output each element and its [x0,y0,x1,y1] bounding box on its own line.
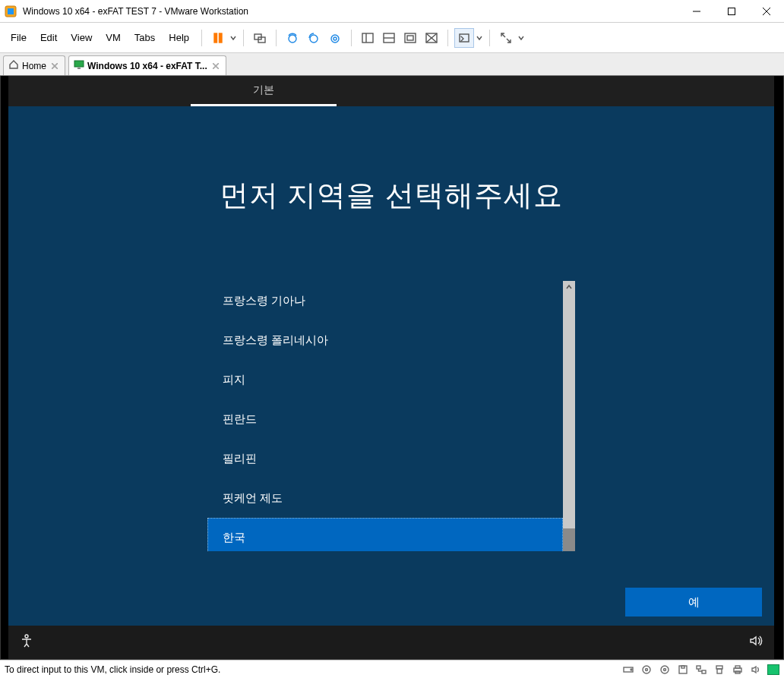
yes-button[interactable]: 예 [625,588,762,617]
svg-rect-39 [679,666,687,673]
tray-network-icon[interactable] [694,663,708,676]
stretch-dropdown[interactable] [517,35,525,41]
region-list[interactable]: 프랑스령 기아나 프랑스령 폴리네시아 피지 핀란드 필리핀 핏케언 제도 한국 [207,281,563,551]
monitor-icon [74,59,84,72]
close-button[interactable] [749,0,784,23]
region-label: 필리핀 [223,452,257,466]
view-unity-button[interactable] [422,28,441,48]
region-item[interactable]: 프랑스령 폴리네시아 [207,320,563,360]
toolbar-separator [201,30,202,46]
region-label: 핏케언 제도 [223,491,283,506]
tab-home-label: Home [22,61,46,71]
oobe-footer [8,626,774,659]
tray-cd2-icon[interactable] [658,663,672,676]
toolbar-separator [276,30,277,46]
region-label: 한국 [223,531,245,545]
scroll-up-button[interactable] [563,281,575,293]
power-dropdown[interactable] [229,35,237,41]
tray-usb-icon[interactable] [713,663,726,676]
region-label: 피지 [223,373,245,387]
app-icon [3,4,18,19]
tray-harddisk-icon[interactable] [621,663,635,676]
maximize-button[interactable] [714,0,749,23]
snapshot-revert-button[interactable] [304,28,324,48]
menu-file[interactable]: File [5,29,33,46]
vm-display[interactable]: 기본 먼저 지역을 선택해주세요 프랑스령 기아나 프랑스령 폴리네시아 피지 … [0,76,784,660]
tray-cd-icon[interactable] [640,663,653,676]
svg-rect-33 [624,667,633,672]
menu-view[interactable]: View [65,29,98,46]
svg-rect-44 [717,669,722,673]
svg-point-35 [643,666,650,673]
minimize-button[interactable] [679,0,714,23]
tab-home-close[interactable] [49,61,60,71]
region-scrollbar[interactable] [563,281,575,551]
stretch-button[interactable] [496,28,516,48]
toolbar-separator [243,30,244,46]
svg-rect-42 [702,670,706,673]
svg-rect-14 [362,33,373,43]
region-label: 프랑스령 기아나 [223,294,305,308]
svg-rect-29 [77,68,81,69]
snapshot-manage-button[interactable] [325,28,345,48]
svg-point-11 [310,35,318,43]
svg-rect-19 [407,36,413,40]
view-fullscreen-button[interactable] [400,28,420,48]
oobe-tab-label: 기본 [253,84,274,97]
svg-point-10 [289,35,296,43]
view-console-button[interactable] [379,28,399,48]
window-title: Windows 10 x64 - exFAT TEST 7 - VMware W… [23,6,679,17]
send-ctrl-alt-del-button[interactable] [250,28,270,48]
svg-point-38 [664,668,666,670]
svg-rect-1 [8,8,14,14]
pause-button[interactable] [208,28,228,48]
svg-rect-46 [735,666,740,668]
toolbar-separator [447,30,448,46]
tray-printer-icon[interactable] [731,663,744,676]
svg-rect-28 [74,61,84,67]
tab-row: Home Windows 10 x64 - exFAT T... [0,53,784,76]
svg-point-36 [646,668,648,670]
tray-floppy-icon[interactable] [676,663,690,676]
svg-line-24 [501,33,505,37]
statusbar: To direct input to this VM, click inside… [0,660,784,678]
quick-switch-button[interactable] [454,28,474,48]
tab-vm-close[interactable] [210,61,221,71]
svg-line-25 [507,39,511,43]
tab-home[interactable]: Home [3,55,65,75]
quick-switch-dropdown[interactable] [476,35,483,41]
status-hint: To direct input to this VM, click inside… [5,664,220,675]
region-label: 프랑스령 폴리네시아 [223,333,328,348]
region-label: 핀란드 [223,412,257,427]
svg-rect-18 [405,33,416,43]
region-item[interactable]: 필리핀 [207,439,563,478]
yes-label: 예 [688,595,700,610]
svg-rect-3 [729,8,735,14]
region-item[interactable]: 피지 [207,360,563,399]
svg-rect-40 [681,666,684,668]
menu-help[interactable]: Help [163,29,195,46]
view-single-button[interactable] [358,28,378,48]
menu-tabs[interactable]: Tabs [128,29,161,46]
scroll-thumb[interactable] [563,528,575,551]
snapshot-take-button[interactable] [283,28,302,48]
region-item-selected[interactable]: 한국 [207,518,563,551]
oobe-heading: 먼저 지역을 선택해주세요 [8,176,774,215]
region-item[interactable]: 핀란드 [207,399,563,439]
home-icon [8,59,19,72]
oobe-screen: 기본 먼저 지역을 선택해주세요 프랑스령 기아나 프랑스령 폴리네시아 피지 … [8,76,774,659]
oobe-tab-basic[interactable]: 기본 [191,76,337,106]
region-item[interactable]: 프랑스령 기아나 [207,281,563,320]
tray-sound-icon[interactable] [749,663,763,676]
svg-rect-41 [697,666,700,669]
region-item[interactable]: 핏케언 제도 [207,478,563,518]
tray-vm-activity-led [767,664,779,675]
accessibility-icon[interactable] [19,633,34,651]
tab-vm[interactable]: Windows 10 x64 - exFAT T... [68,55,226,75]
menubar: File Edit View VM Tabs Help [0,23,784,53]
volume-icon[interactable] [748,633,763,651]
menu-vm[interactable]: VM [100,29,127,46]
menu-edit[interactable]: Edit [34,29,63,46]
region-listbox: 프랑스령 기아나 프랑스령 폴리네시아 피지 핀란드 필리핀 핏케언 제도 한국 [207,281,575,551]
svg-point-37 [661,666,669,673]
